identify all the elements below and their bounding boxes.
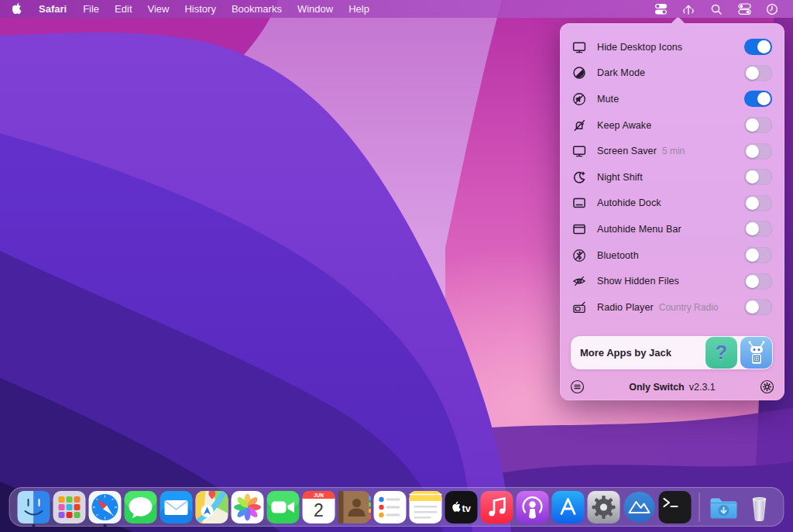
menu-bookmarks[interactable]: Bookmarks [224, 0, 290, 18]
dock: JUN2 tv [9, 487, 784, 527]
menu-bar: Safari File Edit View History Bookmarks … [0, 0, 793, 18]
app-version: v2.3.1 [689, 382, 716, 393]
dock-mail[interactable] [160, 490, 194, 524]
dock-safari[interactable] [88, 490, 122, 524]
broadcast-icon[interactable] [677, 0, 700, 18]
row-label: Bluetooth [597, 250, 639, 261]
control-center-icon[interactable] [733, 0, 756, 18]
dock-finder[interactable] [17, 490, 51, 524]
dock-notes[interactable] [409, 490, 443, 524]
only-switch-menu-icon[interactable] [649, 0, 672, 18]
menu-help[interactable]: Help [341, 0, 377, 18]
dock-podcasts[interactable] [516, 490, 550, 524]
menu-list-button[interactable] [570, 379, 585, 394]
dock-maps[interactable] [195, 490, 229, 524]
toggle-keep-awake[interactable] [744, 117, 772, 133]
row-label: Autohide Menu Bar [597, 224, 681, 235]
toggle-mute[interactable] [744, 91, 772, 107]
screen-dock-icon [571, 195, 587, 211]
toggle-show-hidden-files[interactable] [744, 273, 772, 290]
speaker-slash-icon [571, 91, 587, 107]
bluetooth-slash-icon [571, 247, 587, 263]
row-night-shift[interactable]: Night Shift [560, 164, 784, 190]
menu-app-name[interactable]: Safari [30, 0, 75, 18]
qrobot-app-icon[interactable] [740, 337, 772, 369]
row-autohide-menu-bar[interactable]: Autohide Menu Bar [560, 216, 784, 242]
dock-launchpad[interactable] [53, 490, 87, 524]
dock-app-store[interactable] [551, 490, 585, 524]
row-screen-saver[interactable]: Screen Saver 5 min [560, 138, 784, 164]
row-sub-label: Country Radio [659, 302, 719, 313]
clock-icon[interactable] [760, 0, 784, 18]
row-label: Screen Saver [597, 146, 657, 156]
display-icon [571, 143, 587, 160]
dock-terminal[interactable] [658, 490, 692, 524]
dock-photos[interactable] [231, 490, 265, 524]
toggle-autohide-menu-bar[interactable] [744, 221, 772, 237]
toggle-rows: Hide Desktop Icons Dark Mode Mute Keep A… [560, 34, 784, 321]
row-bluetooth[interactable]: Bluetooth [560, 242, 784, 269]
menu-view[interactable]: View [140, 0, 177, 18]
row-label: Autohide Dock [597, 197, 661, 208]
row-label: Dark Mode [597, 67, 645, 78]
toggle-knob [746, 249, 759, 262]
dock-facetime[interactable] [266, 490, 300, 524]
desktop: Safari File Edit View History Bookmarks … [0, 0, 793, 532]
dock-trash[interactable] [743, 490, 777, 524]
settings-gear-button[interactable] [760, 379, 774, 394]
row-label: Night Shift [597, 172, 643, 183]
tv-label: tv [462, 502, 472, 513]
row-dark-mode[interactable]: Dark Mode [560, 60, 784, 87]
dock-tv[interactable]: tv [445, 490, 479, 524]
menu-bar-status [649, 0, 793, 18]
apple-menu-icon[interactable] [0, 3, 30, 15]
menu-window[interactable]: Window [290, 0, 341, 18]
dock-mountain-app[interactable] [623, 490, 657, 524]
row-radio-player[interactable]: Radio Player Country Radio [560, 294, 784, 321]
dock-messages[interactable] [124, 490, 158, 524]
row-label: Radio Player [597, 302, 654, 313]
dock-reminders[interactable] [373, 490, 407, 524]
more-apps-banner[interactable]: More Apps by Jack ? [571, 336, 773, 369]
menu-edit[interactable]: Edit [107, 0, 139, 18]
calendar-month: JUN [314, 492, 324, 497]
dock-downloads-folder[interactable] [707, 490, 741, 524]
toggle-radio-player[interactable] [744, 299, 772, 315]
question-app-icon[interactable]: ? [705, 337, 737, 369]
row-sub-label: 5 min [662, 146, 685, 156]
app-title: Only Switchv2.3.1 [560, 382, 784, 393]
display-icon [571, 39, 587, 55]
toggle-screen-saver[interactable] [744, 143, 772, 160]
calendar-day: 2 [314, 500, 324, 520]
dock-contacts[interactable] [338, 490, 372, 524]
row-mute[interactable]: Mute [560, 86, 784, 112]
menu-history[interactable]: History [177, 0, 223, 18]
dock-divider [699, 493, 700, 522]
toggle-knob [757, 40, 771, 53]
toggle-night-shift[interactable] [744, 169, 772, 185]
toggle-bluetooth[interactable] [744, 247, 772, 263]
row-autohide-dock[interactable]: Autohide Dock [560, 190, 784, 217]
spotlight-search-icon[interactable] [705, 0, 728, 18]
toggle-knob [746, 67, 759, 80]
row-label: Keep Awake [597, 120, 651, 131]
moon-plus-icon [571, 169, 587, 185]
dock-music[interactable] [480, 490, 514, 524]
screen-menubar-icon [571, 221, 587, 237]
row-hide-desktop-icons[interactable]: Hide Desktop Icons [560, 34, 784, 60]
menu-bar-left: Safari File Edit View History Bookmarks … [0, 0, 377, 18]
toggle-hide-desktop-icons[interactable] [744, 39, 772, 55]
dock-system-preferences[interactable] [587, 490, 621, 524]
row-show-hidden-files[interactable]: Show Hidden Files [560, 268, 784, 294]
dock-calendar[interactable]: JUN2 [302, 490, 336, 524]
row-keep-awake[interactable]: Keep Awake [560, 112, 784, 139]
row-label: Hide Desktop Icons [597, 42, 682, 53]
toggle-autohide-dock[interactable] [744, 195, 772, 211]
toggle-knob [757, 92, 771, 105]
menu-file[interactable]: File [75, 0, 107, 18]
only-switch-panel: Hide Desktop Icons Dark Mode Mute Keep A… [560, 23, 784, 400]
row-label: Show Hidden Files [597, 276, 679, 287]
toggle-dark-mode[interactable] [744, 65, 772, 81]
toggle-knob [746, 197, 759, 210]
toggle-knob [746, 222, 759, 235]
